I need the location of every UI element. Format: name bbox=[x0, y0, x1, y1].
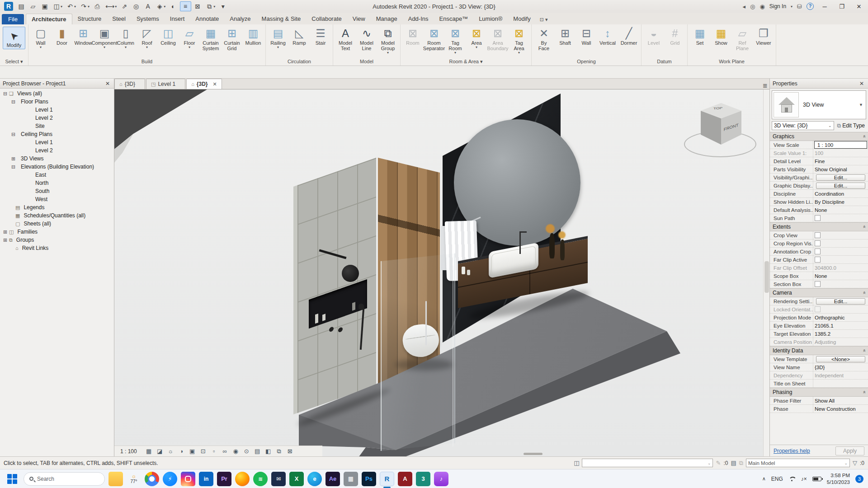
view-control-icon[interactable]: ◧ bbox=[264, 448, 272, 455]
qat-button[interactable]: ▤ bbox=[16, 1, 27, 11]
ribbon-tab[interactable]: Annotate bbox=[190, 14, 224, 24]
ribbon-button[interactable]: ∿ Model Line bbox=[356, 26, 377, 55]
qat-button[interactable]: ◎ bbox=[131, 1, 142, 11]
view-tab-list-icon[interactable]: ≣ bbox=[763, 82, 768, 89]
property-value[interactable]: 304800.0 bbox=[813, 264, 868, 272]
view-control-icon[interactable]: ◑ bbox=[178, 448, 185, 455]
property-value[interactable]: Show Original bbox=[813, 165, 868, 173]
tree-expander-icon[interactable] bbox=[9, 205, 14, 210]
view-tab[interactable]: ⌂ {3D} ✕ bbox=[186, 79, 222, 89]
qat-button[interactable]: ◈▾ bbox=[155, 1, 167, 11]
tree-item[interactable]: Site bbox=[0, 122, 114, 130]
horizontal-scrollbar-thumb[interactable] bbox=[524, 453, 542, 455]
property-row[interactable]: Rendering Setti... Edit... bbox=[770, 297, 868, 305]
property-row[interactable]: Far Clip Offset 304800.0 bbox=[770, 264, 868, 272]
property-row[interactable]: Show Hidden Li... By Discipline bbox=[770, 198, 868, 206]
ribbon-button[interactable]: ⧉ Model Group ▾ bbox=[377, 26, 398, 55]
file-tab[interactable]: File bbox=[2, 14, 24, 24]
property-row[interactable]: Discipline Coordination bbox=[770, 190, 868, 198]
view-control-icon[interactable]: ☼ bbox=[167, 448, 175, 455]
worksets-icon[interactable]: ◫ bbox=[574, 460, 579, 466]
tree-item[interactable]: Level 1 bbox=[0, 138, 114, 146]
tree-expander-icon[interactable] bbox=[25, 140, 30, 145]
modify-button[interactable]: ➤ Modify bbox=[3, 27, 25, 49]
ribbon-button[interactable]: ▥ Mullion bbox=[243, 26, 264, 50]
property-row[interactable]: Crop Region Vis... bbox=[770, 239, 868, 248]
minimize-button[interactable]: ─ bbox=[818, 3, 831, 10]
view-control-icon[interactable]: ◉ bbox=[232, 448, 240, 455]
qat-button[interactable]: ⊠ bbox=[193, 1, 203, 11]
qat-button[interactable]: ⟷▾ bbox=[104, 1, 118, 11]
tree-item[interactable]: ⊞ 3D Views bbox=[0, 155, 114, 163]
select-panel-label[interactable]: Select ▾ bbox=[1, 58, 27, 66]
design-options-icon[interactable]: ▤ bbox=[731, 460, 736, 466]
speaker-muted-icon[interactable]: ♪× bbox=[801, 476, 807, 482]
view-scale-control[interactable]: 1 : 100 bbox=[118, 447, 139, 455]
ribbon-button[interactable]: ⊠ Room Separator bbox=[424, 26, 444, 55]
3d-scene[interactable]: TOP FRONT bbox=[114, 89, 763, 456]
property-value[interactable] bbox=[813, 239, 868, 247]
tree-item[interactable]: ⊞ ⧉ Groups bbox=[0, 236, 114, 244]
ribbon-tab[interactable]: Add-Ins bbox=[403, 14, 434, 24]
taskbar-app-icon[interactable]: Ps bbox=[362, 472, 376, 486]
ribbon-button[interactable]: ◸ Roof ▾ bbox=[137, 26, 157, 50]
vertical-scrollbar[interactable] bbox=[763, 89, 769, 456]
property-row[interactable]: Projection Mode Orthographic bbox=[770, 314, 868, 322]
property-row[interactable]: View Template <None> bbox=[770, 355, 868, 363]
property-value[interactable]: Fine bbox=[813, 157, 868, 165]
type-selector[interactable]: 3D View ▼ bbox=[772, 90, 866, 119]
tree-item[interactable]: ⊟ Floor Plans bbox=[0, 98, 114, 106]
tree-item[interactable]: ⊟ Elevations (Building Elevation) bbox=[0, 163, 114, 171]
ribbon-panel-label[interactable]: Model bbox=[334, 58, 399, 66]
property-value[interactable]: None bbox=[813, 272, 868, 280]
property-row[interactable]: Far Clip Active bbox=[770, 256, 868, 264]
properties-section-header[interactable]: Camera » bbox=[770, 288, 868, 297]
project-browser-close-icon[interactable]: ✕ bbox=[104, 80, 111, 87]
tree-expander-icon[interactable] bbox=[25, 148, 30, 153]
ribbon-panel-label[interactable]: Datum bbox=[642, 58, 686, 66]
ribbon-button[interactable]: ▱ Floor ▾ bbox=[179, 26, 200, 50]
ribbon-button[interactable]: ◺ Ramp bbox=[289, 26, 310, 50]
properties-section-header[interactable]: Identity Data » bbox=[770, 346, 868, 355]
property-row[interactable]: View Name {3D} bbox=[770, 363, 868, 371]
ribbon-button[interactable]: ⊟ Wall bbox=[576, 26, 597, 50]
ribbon-tab[interactable]: Architecture bbox=[26, 14, 72, 24]
ribbon-tab[interactable]: Structure bbox=[72, 14, 107, 24]
wifi-icon[interactable] bbox=[788, 476, 796, 481]
view-tab-close-icon[interactable]: ✕ bbox=[212, 81, 217, 87]
ribbon-button[interactable]: ✕ By Face bbox=[533, 26, 554, 55]
workset-combo[interactable]: ⌄ bbox=[582, 459, 713, 467]
tree-expander-icon[interactable] bbox=[25, 197, 30, 202]
tree-expander-icon[interactable]: ⊟ bbox=[11, 99, 16, 104]
help-icon[interactable]: ? bbox=[807, 3, 814, 10]
tree-item[interactable]: East bbox=[0, 171, 114, 179]
qat-button[interactable]: ⧉▾ bbox=[204, 1, 217, 11]
type-selector-dropdown-icon[interactable]: ▼ bbox=[859, 103, 863, 107]
ribbon-button[interactable]: ╱ Dormer bbox=[618, 26, 639, 50]
ribbon-tab[interactable]: Collaborate bbox=[306, 14, 347, 24]
property-value[interactable]: 100 bbox=[813, 149, 868, 157]
qat-button[interactable]: ⎙ bbox=[92, 1, 103, 11]
tree-expander-icon[interactable] bbox=[9, 246, 14, 251]
edit-type-button[interactable]: ⧉ Edit Type bbox=[836, 122, 866, 129]
section-collapse-icon[interactable]: » bbox=[861, 349, 867, 352]
view-control-icon[interactable]: ⧉ bbox=[275, 448, 283, 455]
property-value[interactable] bbox=[813, 214, 868, 222]
property-value[interactable] bbox=[813, 380, 868, 387]
ribbon-tab[interactable]: Massing & Site bbox=[256, 14, 307, 24]
property-row[interactable]: Target Elevation 1385.2 bbox=[770, 330, 868, 338]
ribbon-panel-label[interactable]: Build bbox=[29, 58, 264, 66]
section-collapse-icon[interactable]: » bbox=[861, 291, 867, 294]
ribbon-button[interactable]: ↕ Vertical bbox=[597, 26, 618, 50]
ribbon-button[interactable]: ⊠ Area Boundary bbox=[487, 26, 508, 55]
property-value[interactable]: Edit... bbox=[813, 297, 868, 305]
ribbon-button[interactable]: ▦ Show bbox=[711, 26, 731, 50]
tree-item[interactable]: ▦ Schedules/Quantities (all) bbox=[0, 211, 114, 220]
property-value[interactable]: 1385.2 bbox=[813, 330, 868, 338]
property-row[interactable]: Sun Path bbox=[770, 214, 868, 222]
ribbon-tab[interactable]: Enscape™ bbox=[434, 14, 474, 24]
tree-item[interactable]: North bbox=[0, 179, 114, 187]
properties-close-icon[interactable]: ✕ bbox=[858, 80, 865, 87]
ribbon-tab[interactable]: View bbox=[347, 14, 371, 24]
property-value[interactable]: Edit... bbox=[813, 182, 868, 189]
